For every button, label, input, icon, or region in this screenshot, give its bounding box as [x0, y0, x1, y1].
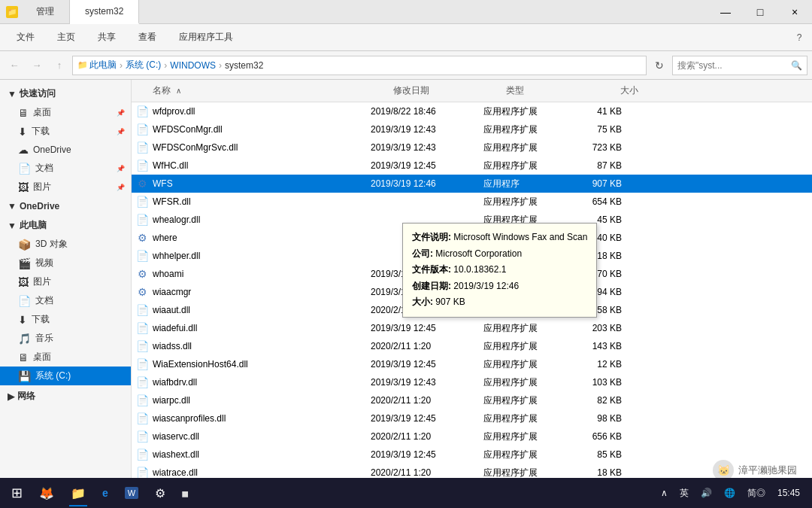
header-date[interactable]: 修改日期 — [387, 83, 500, 99]
search-input[interactable] — [677, 60, 788, 71]
sidebar-item-docs2[interactable]: 📄 文档 — [0, 291, 131, 310]
file-date: 2019/3/19 12:46 — [371, 178, 483, 189]
file-icon: 📄 — [135, 140, 150, 155]
tray-ime[interactable]: 简◎ — [744, 485, 768, 501]
file-date: 2019/3/19 12:45 — [371, 413, 483, 424]
file-size: 12 KB — [574, 359, 634, 370]
sidebar-item-documents[interactable]: 📄 文档 📌 — [0, 159, 131, 178]
docs2-icon: 📄 — [18, 295, 31, 307]
file-name: wiashext.dll — [153, 449, 371, 460]
ribbon-tab-file[interactable]: 文件 — [6, 26, 45, 48]
help-button[interactable]: ? — [792, 31, 806, 44]
downloads2-icon: ⬇ — [18, 314, 27, 326]
file-list: 名称 ∧ 修改日期 类型 大小 📄 wfdprov.dll 2019/8/22 … — [132, 80, 812, 485]
pin-icon: 📌 — [117, 109, 125, 117]
taskbar-terminal[interactable]: ■ — [174, 479, 195, 506]
search-box[interactable]: 🔍 — [672, 56, 807, 75]
table-row[interactable]: 📄 wiadefui.dll 2019/3/19 12:45 应用程序扩展 20… — [132, 319, 812, 337]
file-type: 应用程序扩展 — [483, 394, 574, 407]
file-size: 723 KB — [574, 142, 634, 153]
table-row[interactable]: ⚙ WFS 2019/3/19 12:46 应用程序 907 KB — [132, 175, 812, 193]
sidebar-item-desktop[interactable]: 🖥 桌面 📌 — [0, 103, 131, 122]
table-row[interactable]: 📄 wiarpc.dll 2020/2/11 1:20 应用程序扩展 82 KB — [132, 391, 812, 409]
sidebar-item-pictures2[interactable]: 🖼 图片 — [0, 272, 131, 291]
sidebar-item-desktop2[interactable]: 🖥 桌面 — [0, 348, 131, 367]
sidebar-item-pictures[interactable]: 🖼 图片 📌 — [0, 178, 131, 196]
table-row[interactable]: 📄 WiaExtensionHost64.dll 2019/3/19 12:45… — [132, 355, 812, 373]
file-name: wiatrace.dll — [153, 467, 371, 478]
network-header[interactable]: ▶ 网络 — [0, 385, 131, 406]
taskbar-firefox[interactable]: 🦊 — [32, 479, 62, 506]
table-row[interactable]: 📄 wiascanprofiles.dll 2019/3/19 12:45 应用… — [132, 409, 812, 427]
ribbon-tab-share[interactable]: 共享 — [87, 26, 126, 48]
back-button[interactable]: ← — [5, 56, 24, 75]
sidebar-item-system-c[interactable]: 💾 系统 (C:) — [0, 367, 131, 385]
sidebar-item-onedrive-quick[interactable]: ☁ OneDrive — [0, 141, 131, 159]
table-row[interactable]: 📄 WFSR.dll 应用程序扩展 654 KB — [132, 193, 812, 211]
minimize-button[interactable]: — — [708, 0, 743, 24]
table-row[interactable]: 📄 wiaservc.dll 2020/2/11 1:20 应用程序扩展 656… — [132, 427, 812, 446]
file-size: 907 KB — [574, 178, 634, 189]
file-icon: 📄 — [135, 248, 150, 263]
file-name: wiaacmgr — [153, 287, 371, 297]
maximize-button[interactable]: □ — [743, 0, 777, 24]
file-type: 应用程序扩展 — [483, 141, 574, 154]
breadcrumb-windows[interactable]: WINDOWS — [170, 60, 216, 71]
table-row[interactable]: 📄 wfdprov.dll 2019/8/22 18:46 应用程序扩展 41 … — [132, 102, 812, 120]
tab-management[interactable]: 管理 — [21, 0, 70, 24]
table-row[interactable]: 📄 wiafbdrv.dll 2019/3/19 12:43 应用程序扩展 10… — [132, 373, 812, 391]
taskbar-settings[interactable]: ⚙ — [147, 479, 173, 506]
up-button[interactable]: ↑ — [50, 56, 69, 75]
table-row[interactable]: 📄 WFDSConMgrSvc.dll 2019/3/19 12:43 应用程序… — [132, 138, 812, 157]
table-row[interactable]: 📄 WfHC.dll 2019/3/19 12:45 应用程序扩展 87 KB — [132, 157, 812, 175]
file-date: 2019/8/22 18:46 — [371, 106, 483, 117]
onedrive-header[interactable]: ▼ OneDrive — [0, 196, 131, 214]
window-icon: 📁 — [6, 6, 18, 18]
tray-expand[interactable]: ∧ — [658, 486, 671, 500]
close-button[interactable]: × — [777, 0, 812, 24]
ribbon: 文件 主页 共享 查看 应用程序工具 ? — [0, 24, 812, 51]
file-type: 应用程序扩展 — [483, 105, 574, 118]
file-date: 2019/3/19 12:43 — [371, 124, 483, 135]
title-bar: 📁 管理 system32 — □ × — [0, 0, 812, 24]
table-row[interactable]: 📄 wiadss.dll 2020/2/11 1:20 应用程序扩展 143 K… — [132, 337, 812, 355]
sidebar-item-music[interactable]: 🎵 音乐 — [0, 329, 131, 348]
settings-icon: ⚙ — [155, 486, 165, 500]
sidebar-item-video[interactable]: 🎬 视频 — [0, 254, 131, 272]
file-icon: 📄 — [135, 429, 150, 444]
breadcrumb-drive[interactable]: 系统 (C:) — [126, 59, 161, 71]
tray-lang[interactable]: 英 — [677, 485, 692, 501]
taskbar-ie[interactable]: e — [95, 479, 116, 506]
sidebar-item-downloads[interactable]: ⬇ 下载 📌 — [0, 122, 131, 141]
tray-network[interactable]: 🌐 — [721, 486, 738, 500]
ribbon-tab-home[interactable]: 主页 — [47, 26, 86, 48]
tray-input-method[interactable]: 🔊 — [698, 486, 715, 500]
tray-clock[interactable]: 15:45 — [774, 485, 803, 501]
start-button[interactable]: ⊞ — [3, 479, 30, 506]
file-name: wiaservc.dll — [153, 431, 371, 442]
header-type[interactable]: 类型 — [500, 83, 590, 99]
table-row[interactable]: 📄 WFDSConMgr.dll 2019/3/19 12:43 应用程序扩展 … — [132, 120, 812, 138]
ribbon-tab-view[interactable]: 查看 — [128, 26, 167, 48]
breadcrumb-pc[interactable]: 此电脑 — [89, 59, 117, 71]
quick-access-header[interactable]: ▼ 快速访问 — [0, 83, 131, 103]
breadcrumb[interactable]: 📁 此电脑 › 系统 (C:) › WINDOWS › system32 — [72, 56, 647, 75]
firefox-icon: 🦊 — [39, 486, 54, 500]
window-controls: — □ × — [708, 0, 812, 24]
onedrive-icon: ☁ — [18, 144, 29, 156]
sidebar-item-3d[interactable]: 📦 3D 对象 — [0, 235, 131, 254]
taskbar-word[interactable]: W — [117, 479, 146, 506]
header-size[interactable]: 大小 — [590, 83, 650, 99]
table-row[interactable]: 📄 wiashext.dll 2019/3/19 12:45 应用程序扩展 85… — [132, 446, 812, 464]
ribbon-tab-tools[interactable]: 应用程序工具 — [168, 26, 244, 48]
sidebar-item-downloads2[interactable]: ⬇ 下载 — [0, 310, 131, 329]
main-area: ▼ 快速访问 🖥 桌面 📌 ⬇ 下载 📌 ☁ OneDrive 📄 文档 📌 🖼… — [0, 80, 812, 485]
taskbar-explorer[interactable]: 📁 — [63, 479, 93, 506]
file-name: WFS — [153, 178, 371, 189]
forward-button[interactable]: → — [27, 56, 47, 75]
tab-system32[interactable]: system32 — [70, 0, 139, 24]
header-name[interactable]: 名称 ∧ — [147, 83, 387, 99]
refresh-button[interactable]: ↻ — [650, 56, 669, 75]
file-name: where — [153, 233, 371, 243]
this-pc-header[interactable]: ▼ 此电脑 — [0, 214, 131, 235]
